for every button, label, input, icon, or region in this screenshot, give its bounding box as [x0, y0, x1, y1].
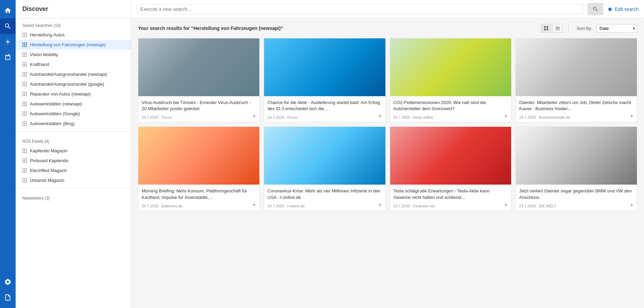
card-add-button[interactable]: + — [503, 201, 508, 209]
nav-add[interactable] — [0, 34, 16, 50]
svg-rect-116 — [26, 172, 27, 173]
svg-rect-13 — [24, 44, 25, 45]
card-add-button[interactable]: + — [378, 113, 383, 120]
svg-rect-22 — [24, 54, 25, 55]
card-meta: 24.7.2020 · Focus — [267, 115, 297, 119]
svg-rect-114 — [22, 172, 23, 173]
svg-rect-47 — [26, 82, 27, 83]
card-1[interactable]: Chance für die Aktie - Auslieferung star… — [264, 38, 385, 122]
svg-rect-48 — [22, 84, 23, 85]
card-7[interactable]: Jetzt verliert Daimler sogar gegenüber B… — [516, 126, 637, 211]
svg-rect-77 — [26, 113, 27, 114]
svg-rect-79 — [24, 115, 25, 116]
sidebar-item-saved-9[interactable]: Autowerkstätten (Bing) — [16, 119, 131, 129]
svg-rect-29 — [26, 62, 27, 63]
sidebar-item-rss-3[interactable]: Urbanist Magazin — [16, 175, 131, 185]
svg-rect-80 — [26, 115, 27, 116]
svg-rect-69 — [22, 105, 23, 106]
card-meta: 23.7.2020 · DIE WELT — [519, 204, 556, 208]
svg-rect-93 — [22, 150, 23, 151]
sidebar-item-rss-1[interactable]: Pinboard Kapilendo — [16, 156, 131, 166]
results-prefix: Your search results for “ — [138, 25, 193, 31]
svg-rect-71 — [26, 105, 27, 106]
svg-rect-35 — [26, 66, 27, 67]
list-view-button[interactable] — [553, 24, 563, 33]
svg-rect-118 — [24, 178, 25, 179]
card-image — [138, 38, 259, 96]
card-add-button[interactable]: + — [629, 113, 634, 120]
sidebar-item-saved-7[interactable]: Autowerkstätten (newsapi) — [16, 99, 131, 109]
sort-select[interactable]: Date Relevance Source — [596, 24, 637, 33]
svg-rect-78 — [22, 115, 23, 116]
svg-rect-67 — [24, 103, 25, 104]
svg-rect-49 — [24, 84, 25, 85]
svg-rect-111 — [22, 170, 23, 171]
sidebar-item-saved-4[interactable]: Autohandel/Autogrosshandel (newsapi) — [16, 69, 131, 79]
card-meta: 23.7.2020 · t-online.de — [267, 204, 304, 208]
grid-view-button[interactable] — [541, 24, 551, 33]
svg-rect-68 — [26, 103, 27, 104]
svg-rect-58 — [24, 93, 25, 95]
rss-feeds-label: RSS Feeds (4) — [16, 134, 131, 146]
svg-rect-119 — [26, 178, 27, 179]
edit-search-button[interactable]: Edit search — [607, 6, 639, 12]
search-input[interactable] — [140, 6, 580, 12]
nav-settings[interactable] — [0, 274, 16, 290]
sidebar-item-saved-3[interactable]: Krafthand — [16, 59, 131, 69]
nav-briefcase[interactable] — [0, 50, 16, 65]
card-title: Morning Briefing: Mehr Konsum, Plattform… — [142, 188, 256, 200]
sidebar-item-rss-2[interactable]: Electrified Magazin — [16, 166, 131, 175]
edit-search-label: Edit search — [615, 6, 639, 12]
card-add-button[interactable]: + — [378, 201, 383, 209]
card-image — [516, 127, 637, 185]
svg-rect-101 — [26, 158, 27, 159]
svg-rect-113 — [26, 170, 27, 171]
search-button[interactable] — [588, 3, 603, 15]
search-wrapper[interactable] — [137, 4, 584, 14]
nav-home[interactable] — [0, 3, 16, 18]
svg-rect-83 — [26, 121, 27, 122]
svg-rect-26 — [26, 56, 27, 57]
sidebar-item-saved-8[interactable]: Autowerkstätten (Google) — [16, 109, 131, 119]
card-add-button[interactable]: + — [252, 113, 257, 120]
sidebar-item-label: Herstellung Autos — [30, 32, 65, 37]
svg-rect-52 — [24, 85, 25, 86]
svg-rect-14 — [26, 44, 27, 45]
card-6[interactable]: Tesla schlägt alle Erwartungen - Tesla-A… — [390, 126, 511, 211]
sidebar-item-saved-2[interactable]: Vision Mobility — [16, 50, 131, 59]
card-body: Daimler: Mitarbeiter zittern um Job, Die… — [516, 96, 637, 122]
card-add-button[interactable]: + — [252, 201, 257, 209]
card-5[interactable]: Coronavirus-Krise: Mehr als vier Million… — [264, 126, 385, 211]
sidebar-item-saved-1[interactable]: Herstellung von Fahrzeugen (newsapi) — [16, 40, 131, 50]
sidebar-item-rss-0[interactable]: Kapilendo Magazin — [16, 146, 131, 156]
card-body: Coronavirus-Krise: Mehr als vier Million… — [264, 185, 385, 210]
nav-search[interactable] — [0, 18, 16, 34]
svg-rect-19 — [24, 52, 25, 53]
sidebar-item-label: Pinboard Kapilendo — [30, 158, 68, 163]
card-body: Virus-Ausbruch bei Tönnies - Erneuter Vi… — [138, 96, 259, 122]
svg-rect-62 — [26, 95, 27, 96]
svg-rect-31 — [24, 64, 25, 65]
card-3[interactable]: Daimler: Mitarbeiter zittern um Job, Die… — [516, 38, 637, 122]
card-image — [390, 127, 511, 185]
svg-rect-10 — [24, 42, 25, 44]
sidebar-item-saved-0[interactable]: Herstellung Autos — [16, 30, 131, 40]
nav-document[interactable] — [0, 290, 16, 305]
sidebar-item-saved-6[interactable]: Reparatur von Autos (newsapi) — [16, 89, 131, 99]
card-0[interactable]: Virus-Ausbruch bei Tönnies - Erneuter Vi… — [138, 38, 260, 122]
svg-rect-39 — [22, 74, 23, 75]
card-add-button[interactable]: + — [503, 113, 508, 120]
view-toggle — [541, 24, 563, 33]
svg-rect-11 — [26, 42, 27, 44]
card-4[interactable]: Morning Briefing: Mehr Konsum, Plattform… — [138, 126, 260, 211]
svg-rect-32 — [26, 64, 27, 65]
svg-rect-42 — [22, 75, 23, 76]
card-2[interactable]: CO2-Flottenemissionen 2020: Wie nah sind… — [390, 38, 511, 122]
svg-rect-6 — [22, 36, 23, 37]
sidebar-item-label: Urbanist Magazin — [30, 178, 64, 183]
sidebar-item-saved-5[interactable]: Autohandel/Autogrosshandel (google) — [16, 79, 131, 89]
sidebar-title: Discover — [16, 0, 131, 18]
card-title: Daimler: Mitarbeiter zittern um Job, Die… — [519, 100, 633, 112]
svg-rect-75 — [22, 113, 23, 114]
card-add-button[interactable]: + — [629, 201, 634, 209]
